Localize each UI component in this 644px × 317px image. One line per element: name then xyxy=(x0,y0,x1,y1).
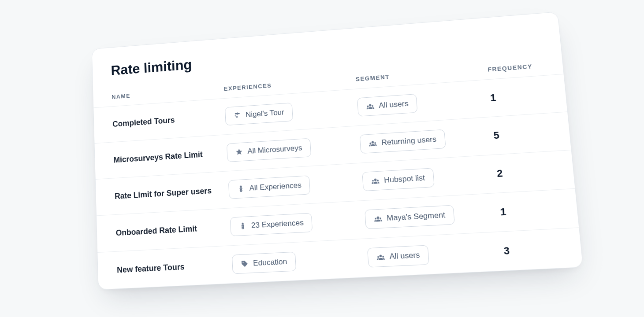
experience-chip[interactable]: Education xyxy=(232,252,296,274)
experience-label: All Experiences xyxy=(249,181,302,193)
segment-label: All users xyxy=(379,100,409,111)
segment-chip[interactable]: Maya's Segment xyxy=(365,205,455,229)
segment-label: Maya's Segment xyxy=(387,210,446,223)
rule-name[interactable]: Onboarded Rate Limit xyxy=(97,213,227,247)
experience-cell: All Experiences xyxy=(224,163,360,208)
segment-label: Returning users xyxy=(381,135,437,147)
logo-icon xyxy=(237,184,245,193)
segment-label: Hubspot list xyxy=(384,173,425,185)
users-icon xyxy=(369,139,377,148)
segment-cell: Hubspot list xyxy=(358,155,495,200)
star-icon xyxy=(235,148,243,156)
experience-chip[interactable]: Nigel's Tour xyxy=(225,103,293,125)
experience-label: All Microsurveys xyxy=(247,144,302,156)
rule-name[interactable]: Microsurveys Rate Limit xyxy=(95,140,224,174)
frequency-value: 2 xyxy=(492,154,576,189)
rate-limiting-card: Rate limiting NAME EXPERIENCES SEGMENT F… xyxy=(92,11,584,290)
users-icon xyxy=(366,102,375,111)
rule-name[interactable]: Rate Limit for Super users xyxy=(96,176,226,211)
users-icon xyxy=(371,177,380,185)
segment-cell: Maya's Segment xyxy=(360,193,498,239)
signpost-icon xyxy=(233,111,242,120)
segment-label: All users xyxy=(389,251,420,262)
logo-icon xyxy=(238,222,247,230)
experience-chip[interactable]: All Experiences xyxy=(228,175,311,199)
experience-label: Education xyxy=(253,257,287,268)
frequency-value: 1 xyxy=(485,78,568,113)
frequency-value: 1 xyxy=(495,192,579,228)
experience-chip[interactable]: All Microsurveys xyxy=(227,138,311,162)
segment-chip[interactable]: Hubspot list xyxy=(362,168,434,191)
experience-chip[interactable]: 23 Experiences xyxy=(230,213,313,236)
segment-chip[interactable]: All users xyxy=(357,94,418,117)
tag-icon xyxy=(241,259,249,268)
rule-name[interactable]: New feature Tours xyxy=(98,251,230,284)
rule-name[interactable]: Completed Tours xyxy=(94,103,223,139)
frequency-value: 5 xyxy=(488,116,572,151)
segment-chip[interactable]: All users xyxy=(367,245,429,267)
experience-cell: Education xyxy=(228,239,365,284)
experience-label: Nigel's Tour xyxy=(246,108,285,119)
users-icon xyxy=(376,253,385,262)
experience-label: 23 Experiences xyxy=(251,218,304,230)
segment-chip[interactable]: Returning users xyxy=(360,129,446,154)
users-icon xyxy=(374,214,383,223)
frequency-value: 3 xyxy=(499,232,583,267)
segment-cell: All users xyxy=(363,232,502,277)
experience-cell: 23 Experiences xyxy=(226,201,363,245)
table-body: Completed ToursNigel's TourAll users1Mic… xyxy=(93,74,583,290)
